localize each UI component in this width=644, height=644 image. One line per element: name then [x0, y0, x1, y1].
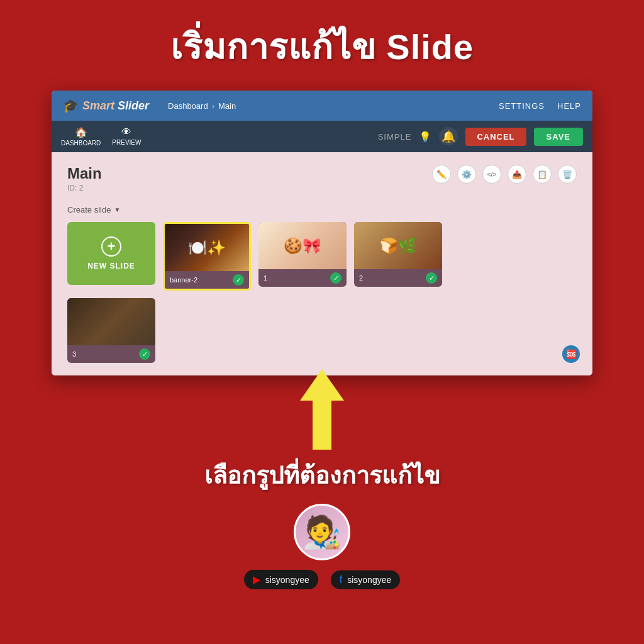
new-slide-label: NEW SLIDE: [87, 262, 135, 270]
bottom-brand: ▶ sisyongyee f sisyongyee: [244, 570, 401, 589]
settings-action-icon[interactable]: ⚙️: [457, 165, 476, 184]
browser-window: 🎓 Smart Slider Dashboard › Main SETTINGS…: [52, 91, 592, 375]
slide-check-1: ✓: [330, 272, 341, 284]
slide-info-2: 2 ✓: [354, 269, 442, 287]
home-icon: 🏠: [75, 126, 87, 138]
slide-thumbnail-3: [67, 298, 155, 345]
action-icons: ✏️ ⚙️ </> 📤 📋 🗑️: [432, 165, 577, 184]
youtube-label: sisyongyee: [265, 575, 309, 585]
avatar: 🧑‍🎨: [294, 504, 350, 560]
arrow-head: [300, 369, 344, 401]
delete-action-icon[interactable]: 🗑️: [558, 165, 577, 184]
copy-action-icon[interactable]: 📋: [533, 165, 552, 184]
logo-text: Smart Slider: [82, 99, 149, 113]
page-wrapper: เริ่มการแก้ไข Slide 🎓 Smart Slider Dashb…: [0, 0, 644, 644]
settings-nav-link[interactable]: SETTINGS: [499, 101, 545, 111]
facebook-label: sisyongyee: [347, 575, 391, 585]
breadcrumb-home[interactable]: Dashboard: [168, 101, 208, 111]
nav-bar: 🎓 Smart Slider Dashboard › Main SETTINGS…: [52, 91, 592, 121]
logo-hat-icon: 🎓: [63, 98, 79, 113]
slide-card-2[interactable]: 2 ✓: [354, 222, 442, 287]
toolbar-left: 🏠 DASHBOARD 👁 PREVIEW: [61, 126, 141, 147]
slide-thumbnail-2: [354, 222, 442, 269]
simple-label: SIMPLE: [378, 132, 412, 142]
slide-info-1: 1 ✓: [258, 269, 347, 287]
slide-name-3: 3: [72, 350, 76, 358]
toolbar: 🏠 DASHBOARD 👁 PREVIEW SIMPLE 💡 🔔 CANCEL …: [52, 121, 592, 152]
breadcrumb-current[interactable]: Main: [218, 101, 236, 111]
slide-check-3: ✓: [139, 348, 150, 360]
slide-name-2: 2: [359, 274, 363, 282]
slide-thumbnail-banner2: [165, 224, 249, 271]
slide-name-banner2: banner-2: [170, 276, 197, 284]
save-button[interactable]: SAVE: [534, 128, 583, 146]
dashboard-toolbar-item[interactable]: 🏠 DASHBOARD: [61, 126, 101, 147]
page-title: Main: [67, 165, 102, 182]
avatar-container: 🧑‍🎨: [294, 504, 350, 560]
slide-info-3: 3 ✓: [67, 345, 155, 363]
preview-label: PREVIEW: [112, 139, 141, 146]
bell-icon[interactable]: 🔔: [439, 127, 458, 146]
slide-info-banner2: banner-2 ✓: [165, 271, 249, 289]
main-title: เริ่มการแก้ไข Slide: [170, 19, 474, 75]
toolbar-right: SIMPLE 💡 🔔 CANCEL SAVE: [378, 127, 583, 146]
eye-icon: 👁: [121, 126, 131, 138]
slide-card-1[interactable]: 1 ✓: [258, 222, 347, 287]
facebook-icon: f: [340, 574, 342, 586]
slide-card-banner2[interactable]: banner-2 ✓: [163, 222, 251, 291]
slide-check-2: ✓: [426, 272, 437, 284]
breadcrumb-sep: ›: [212, 101, 214, 111]
preview-toolbar-item[interactable]: 👁 PREVIEW: [112, 126, 141, 147]
new-slide-button[interactable]: + NEW SLIDE: [67, 222, 155, 285]
slide-check-banner2: ✓: [233, 274, 244, 286]
code-action-icon[interactable]: </>: [482, 165, 501, 184]
breadcrumb: Dashboard › Main: [168, 101, 236, 111]
slide-card-3[interactable]: 3 ✓: [67, 298, 155, 363]
arrow-body: [313, 399, 331, 450]
help-floating-button[interactable]: 🆘: [562, 345, 580, 363]
logo-area: 🎓 Smart Slider: [63, 98, 149, 113]
youtube-icon: ▶: [253, 574, 260, 586]
dashboard-label: DASHBOARD: [61, 140, 101, 147]
page-id: ID: 2: [67, 184, 102, 192]
plus-circle-icon: +: [101, 236, 121, 257]
slides-grid-row1: + NEW SLIDE banner-2 ✓ 1 ✓: [67, 222, 577, 291]
facebook-brand-pill: f sisyongyee: [331, 570, 401, 589]
arrow-container: [300, 369, 344, 450]
nav-right: SETTINGS HELP: [499, 101, 581, 111]
content-header: Main ID: 2 ✏️ ⚙️ </> 📤 📋 🗑️: [67, 165, 577, 192]
create-slide-dropdown-icon[interactable]: ▼: [114, 206, 120, 213]
youtube-brand-pill: ▶ sisyongyee: [244, 570, 318, 589]
sub-text: เลือกรูปที่ต้องการแก้ไข: [204, 456, 440, 494]
cancel-button[interactable]: CANCEL: [465, 128, 526, 146]
slide-thumbnail-1: [258, 222, 347, 269]
slide-name-1: 1: [264, 274, 267, 282]
share-action-icon[interactable]: 📤: [508, 165, 526, 184]
help-nav-link[interactable]: HELP: [557, 101, 581, 111]
content-area: Main ID: 2 ✏️ ⚙️ </> 📤 📋 🗑️ Create slide…: [52, 152, 592, 375]
edit-action-icon[interactable]: ✏️: [432, 165, 451, 184]
create-slide-bar: Create slide ▼: [67, 205, 577, 214]
slides-grid-row2: 3 ✓: [67, 298, 577, 363]
bulb-icon: 💡: [419, 131, 431, 143]
create-slide-label[interactable]: Create slide: [67, 205, 111, 214]
page-title-group: Main ID: 2: [67, 165, 102, 192]
